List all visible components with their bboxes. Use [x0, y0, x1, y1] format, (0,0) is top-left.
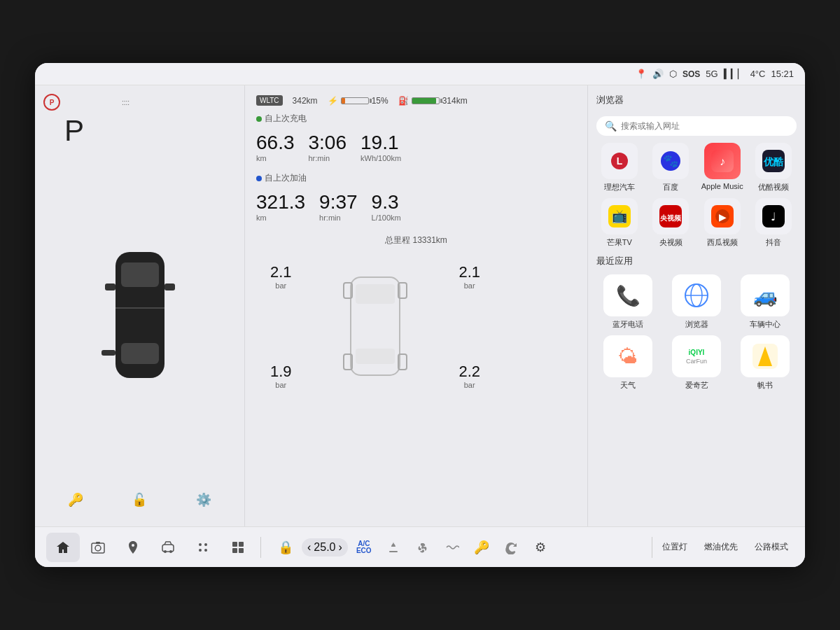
temp-decrease[interactable]: ‹ — [307, 541, 311, 554]
recent-iqiyi-icon: iQIYICarFun — [672, 335, 721, 377]
bottom-nav — [46, 533, 256, 562]
lock-icon-bottom[interactable]: 🔒 — [272, 534, 299, 561]
app-youku-label: 优酷视频 — [758, 182, 789, 192]
svg-rect-6 — [102, 350, 115, 356]
svg-text:央视频: 央视频 — [659, 214, 682, 222]
since-charge-label: 自上次充电 — [256, 113, 576, 125]
svg-text:🐾: 🐾 — [663, 153, 679, 169]
wave-icon[interactable] — [439, 534, 465, 561]
tire-fl: 2.1 bar — [270, 263, 292, 290]
charge-dot — [256, 116, 262, 122]
apps-grid: L 理想汽车 🐾 百度 ♪ Apple Music — [596, 143, 797, 248]
fan-icon[interactable] — [410, 534, 436, 561]
app-douyin-label: 抖音 — [766, 237, 781, 248]
app-youku[interactable]: 优酷 优酷视频 — [751, 143, 797, 192]
recent-fanshu[interactable]: 帆书 — [734, 335, 797, 391]
recent-vehicle-label: 车辆中心 — [750, 319, 780, 330]
app-apple-music[interactable]: ♪ Apple Music — [699, 143, 746, 192]
charge-time: 3:06 hr:min — [309, 133, 347, 162]
nav-grid[interactable] — [221, 533, 255, 562]
app-baidu[interactable]: 🐾 百度 — [648, 143, 694, 192]
svg-text:📺: 📺 — [612, 209, 628, 224]
fuel-time: 9:37 hr:min — [319, 192, 358, 222]
nav-map[interactable] — [116, 533, 150, 562]
charge-stats: 66.3 km 3:06 hr:min 19.1 kWh/100km — [256, 133, 576, 162]
app-mango-label: 芒果TV — [607, 237, 632, 248]
svg-rect-1 — [121, 262, 159, 287]
park-indicator: P :::: — [43, 94, 236, 111]
tire-car-outline — [340, 270, 410, 382]
charge-energy: 19.1 kWh/100km — [360, 133, 401, 162]
app-mango-icon: 📺 — [601, 198, 638, 234]
position-light-btn[interactable]: 位置灯 — [657, 537, 693, 557]
park-circle-icon: P — [43, 94, 60, 111]
settings-bottom-icon[interactable]: ⚙ — [527, 534, 554, 561]
time-label: 15:21 — [771, 69, 794, 79]
recent-iqiyi-label: 爱奇艺 — [685, 380, 708, 391]
recent-browser-icon — [672, 274, 721, 316]
tire-fr: 2.1 bar — [458, 263, 480, 290]
app-apple-music-label: Apple Music — [701, 182, 743, 190]
svg-rect-50 — [239, 542, 244, 547]
key-icon[interactable]: 🔑 — [63, 487, 88, 512]
tire-rl: 1.9 bar — [270, 363, 292, 389]
temp-increase[interactable]: › — [338, 541, 342, 554]
app-cctv[interactable]: 央视频 央视频 — [648, 198, 694, 248]
app-mango[interactable]: 📺 芒果TV — [596, 198, 643, 248]
road-mode-btn[interactable]: 公路模式 — [749, 537, 794, 557]
right-panel: 浏览器 🔍 L 理想汽车 🐾 百度 — [588, 85, 805, 526]
app-lixiang-icon: L — [601, 143, 638, 179]
tire-rr: 2.2 bar — [458, 363, 480, 389]
recent-weather-icon: 🌤 — [603, 335, 652, 377]
svg-rect-3 — [105, 284, 115, 290]
search-input[interactable] — [621, 121, 788, 131]
recent-fanshu-label: 帆书 — [757, 380, 773, 391]
svg-rect-53 — [389, 551, 398, 552]
nav-apps[interactable] — [186, 533, 220, 562]
settings-icon[interactable]: ⚙️ — [191, 487, 216, 512]
recent-weather[interactable]: 🌤 天气 — [596, 335, 659, 391]
svg-text:♪: ♪ — [720, 155, 725, 167]
svg-point-40 — [95, 545, 101, 551]
svg-point-43 — [164, 550, 167, 553]
recent-vehicle[interactable]: 🚙 车辆中心 — [734, 274, 797, 330]
ev-battery-percent: 15% — [372, 96, 388, 106]
signal-bars: ▍▎▏ — [724, 69, 745, 79]
ev-battery-bar — [341, 97, 369, 104]
sos-label: SOS — [682, 69, 700, 79]
nav-home[interactable] — [46, 533, 80, 562]
recent-iqiyi[interactable]: iQIYICarFun 爱奇艺 — [665, 335, 728, 391]
app-xigua[interactable]: ▶ 西瓜视频 — [699, 198, 746, 248]
app-cctv-label: 央视频 — [659, 237, 682, 248]
unlock-icon[interactable]: 🔓 — [127, 487, 152, 512]
bottom-climate: 🔒 ‹ 25.0 › A/CECO 🔑 — [265, 534, 648, 561]
nav-car[interactable] — [151, 533, 185, 562]
svg-point-46 — [204, 543, 207, 546]
fuel-battery-bar — [412, 97, 440, 104]
refresh-icon[interactable] — [498, 534, 524, 561]
fuel-mileage: 321.3 km — [256, 192, 305, 222]
bottom-right-buttons: 位置灯 燃油优先 公路模式 — [657, 537, 794, 557]
fuel-priority-btn[interactable]: 燃油优先 — [699, 537, 743, 557]
ev-battery-fill — [342, 98, 346, 104]
ac-eco-button[interactable]: A/CECO — [351, 534, 377, 561]
nav-camera[interactable] — [81, 533, 115, 562]
fuel-consumption: 9.3 L/100km — [372, 192, 401, 222]
heat-icon[interactable] — [380, 534, 407, 561]
svg-text:L: L — [616, 155, 622, 167]
wrench-icon[interactable]: 🔑 — [468, 534, 495, 561]
fuel-stats: 321.3 km 9:37 hr:min 9.3 L/100km — [256, 192, 576, 222]
app-douyin[interactable]: ♩ 抖音 — [751, 198, 797, 248]
recent-browser-label: 浏览器 — [685, 319, 708, 330]
svg-rect-52 — [239, 548, 244, 553]
wltc-range: 342km — [293, 96, 318, 106]
recent-bluetooth[interactable]: 📞 蓝牙电话 — [596, 274, 659, 330]
temp-control[interactable]: ‹ 25.0 › — [302, 538, 348, 556]
search-bar[interactable]: 🔍 — [596, 116, 797, 136]
middle-panel: WLTC 342km ⚡ 15% ⛽ 314km — [245, 85, 588, 526]
fuel-battery-fill — [412, 98, 436, 104]
svg-point-48 — [204, 549, 207, 552]
recent-browser[interactable]: 浏览器 — [665, 274, 728, 330]
app-lixiang[interactable]: L 理想汽车 — [596, 143, 643, 192]
bluetooth-icon: ⬡ — [669, 69, 677, 79]
